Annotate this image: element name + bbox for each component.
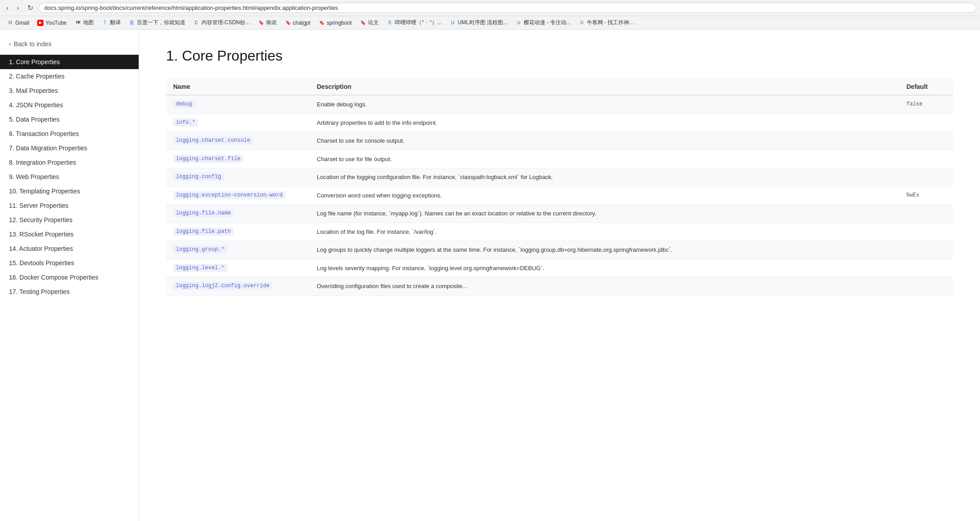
prop-description-cell: Overriding configuration files used to c… xyxy=(310,277,899,296)
sidebar-item-data-migration[interactable]: 7. Data Migration Properties xyxy=(0,141,139,155)
sidebar-item-json[interactable]: 4. JSON Properties xyxy=(0,98,139,112)
table-row: logging.charset.consoleCharset to use fo… xyxy=(166,132,953,150)
reload-button[interactable]: ↻ xyxy=(25,3,36,13)
bookmark-chatgpt[interactable]: 🔖 chatgpt xyxy=(281,19,314,27)
table-row: logging.logj2.config.overrideOverriding … xyxy=(166,277,953,296)
bookmark-sakura[interactable]: ✿ 樱花动漫 - 专注动... xyxy=(512,18,574,27)
nan-icon: 🔖 xyxy=(258,20,264,26)
prop-description-cell: Log groups to quickly change multiple lo… xyxy=(310,241,899,259)
prop-default-cell: false xyxy=(899,95,953,114)
prop-name-code: logging.charset.file xyxy=(173,155,243,163)
browser-toolbar: ‹ › ↻ xyxy=(0,0,980,16)
bookmark-lunwen[interactable]: 🔖 论文 xyxy=(356,18,382,27)
prop-name-code: logging.group.* xyxy=(173,245,227,254)
table-row: logging.exception-conversion-wordConvers… xyxy=(166,186,953,205)
sidebar-item-transaction[interactable]: 6. Transaction Properties xyxy=(0,127,139,141)
bookmark-csdn[interactable]: C 内容管理-CSDN创... xyxy=(190,18,254,27)
table-row: logging.group.*Log groups to quickly cha… xyxy=(166,241,953,259)
sidebar-item-security[interactable]: 12. Security Properties xyxy=(0,213,139,227)
bilibili-icon: B xyxy=(387,20,393,26)
bookmark-niuren-label: 牛客网 - 找工作神... xyxy=(587,19,634,26)
bookmark-nan-label: 南农 xyxy=(266,19,277,26)
sidebar-item-integration[interactable]: 8. Integration Properties xyxy=(0,155,139,170)
prop-default-cell xyxy=(899,259,953,277)
bookmark-map[interactable]: 🗺 地图 xyxy=(71,18,97,27)
sakura-icon: ✿ xyxy=(516,20,522,26)
prop-default-code: false xyxy=(906,101,923,107)
sidebar-item-rsocket[interactable]: 13. RSocket Properties xyxy=(0,227,139,241)
bookmark-map-label: 地图 xyxy=(83,19,94,26)
prop-default-cell: %wEx xyxy=(899,186,953,205)
prop-default-cell xyxy=(899,132,953,150)
prop-description-cell: Charset to use for console output. xyxy=(310,132,899,150)
bookmark-baidu[interactable]: 百 百度一下，你就知道 xyxy=(125,18,189,27)
bookmark-nan[interactable]: 🔖 南农 xyxy=(254,18,280,27)
gmail-icon: M xyxy=(7,20,13,26)
prop-name-code: logging.charset.console xyxy=(173,136,253,144)
sidebar-item-cache[interactable]: 2. Cache Properties xyxy=(0,69,139,83)
col-header-name: Name xyxy=(166,79,310,95)
translate-icon: T xyxy=(102,20,108,26)
prop-name-code: logging.exception-conversion-word xyxy=(173,191,285,199)
prop-name-cell: logging.file.path xyxy=(166,223,310,241)
col-header-default: Default xyxy=(899,79,953,95)
bookmark-uml-label: UML时序图 流程图... xyxy=(458,19,508,26)
table-row: logging.configLocation of the logging co… xyxy=(166,168,953,187)
address-bar[interactable] xyxy=(39,3,976,13)
bookmark-springboot[interactable]: 🔖 springboot xyxy=(315,19,355,27)
map-icon: 🗺 xyxy=(75,20,81,26)
back-to-index-link[interactable]: ‹ Back to index xyxy=(0,37,139,51)
bookmark-youtube[interactable]: ▶ YouTube xyxy=(34,19,70,27)
sidebar-item-docker[interactable]: 16. Docker Compose Properties xyxy=(0,270,139,285)
sidebar-item-server[interactable]: 11. Server Properties xyxy=(0,198,139,213)
prop-default-cell xyxy=(899,114,953,132)
prop-default-cell xyxy=(899,223,953,241)
bookmark-niuren[interactable]: N 牛客网 - 找工作神... xyxy=(575,18,638,27)
bookmark-translate-label: 翻译 xyxy=(110,19,121,26)
sidebar-item-web[interactable]: 9. Web Properties xyxy=(0,170,139,184)
prop-description-cell: Log file name (for instance, `myapp.log`… xyxy=(310,205,899,223)
bookmark-translate[interactable]: T 翻译 xyxy=(98,18,124,27)
prop-name-code: info.* xyxy=(173,118,198,127)
bookmark-gmail-label: Gmail xyxy=(15,20,29,26)
prop-name-cell: logging.charset.file xyxy=(166,150,310,168)
prop-name-code: logging.logj2.config.override xyxy=(173,282,272,290)
table-row: logging.file.nameLog file name (for inst… xyxy=(166,205,953,223)
bookmark-csdn-label: 内容管理-CSDN创... xyxy=(201,19,250,26)
sidebar-item-templating[interactable]: 10. Templating Properties xyxy=(0,184,139,198)
prop-name-cell: logging.charset.console xyxy=(166,132,310,150)
prop-default-cell xyxy=(899,168,953,187)
bookmark-uml[interactable]: U UML时序图 流程图... xyxy=(446,18,511,27)
bookmark-youtube-label: YouTube xyxy=(45,20,66,26)
prop-name-cell: logging.level.* xyxy=(166,259,310,277)
bookmark-gmail[interactable]: M Gmail xyxy=(4,19,33,27)
bookmark-baidu-label: 百度一下，你就知道 xyxy=(137,19,185,26)
chatgpt-icon: 🔖 xyxy=(285,20,291,26)
prop-name-code: logging.level.* xyxy=(173,264,227,272)
sidebar-item-testing[interactable]: 17. Testing Properties xyxy=(0,285,139,299)
sidebar-item-actuator[interactable]: 14. Actuator Properties xyxy=(0,241,139,256)
bookmark-sakura-label: 樱花动漫 - 专注动... xyxy=(524,19,571,26)
bookmarks-bar: M Gmail ▶ YouTube 🗺 地图 T 翻译 百 百度一下，你就知道 … xyxy=(0,16,980,30)
prop-name-cell: logging.exception-conversion-word xyxy=(166,186,310,205)
back-to-index-label: Back to index xyxy=(14,40,52,48)
sidebar-item-data[interactable]: 5. Data Properties xyxy=(0,112,139,127)
nav-forward-button[interactable]: › xyxy=(14,3,22,13)
prop-description-cell: Location of the logging configuration fi… xyxy=(310,168,899,187)
bookmark-bilibili[interactable]: B 哔哩哔哩（° ･ °）... xyxy=(383,18,445,27)
prop-default-cell xyxy=(899,150,953,168)
youtube-icon: ▶ xyxy=(37,20,44,26)
nav-back-button[interactable]: ‹ xyxy=(4,3,11,13)
main-content: 1. Core Properties Name Description Defa… xyxy=(139,30,980,521)
table-row: debugEnable debug logs.false xyxy=(166,95,953,114)
sidebar-item-core[interactable]: 1. Core Properties xyxy=(0,55,139,69)
sidebar-item-devtools[interactable]: 15. Devtools Properties xyxy=(0,256,139,270)
uml-icon: U xyxy=(450,20,456,26)
niuren-icon: N xyxy=(579,20,585,26)
properties-table: Name Description Default debugEnable deb… xyxy=(166,79,953,296)
csdn-icon: C xyxy=(193,20,200,26)
sidebar-item-mail[interactable]: 3. Mail Properties xyxy=(0,83,139,98)
prop-default-cell xyxy=(899,205,953,223)
prop-description-cell: Location of the log file. For instance, … xyxy=(310,223,899,241)
prop-name-cell: debug xyxy=(166,95,310,114)
